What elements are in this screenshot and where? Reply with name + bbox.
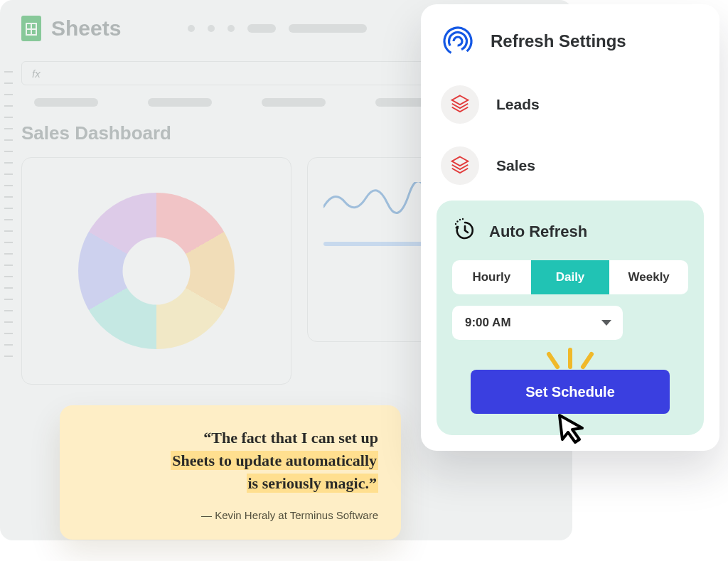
settings-title: Refresh Settings [491, 31, 626, 51]
source-label: Sales [496, 157, 535, 174]
app-name: Sheets [51, 16, 121, 41]
chart-legend-placeholder [323, 242, 423, 246]
frequency-tab-weekly[interactable]: Weekly [609, 260, 688, 294]
svg-point-1 [446, 29, 470, 53]
time-select[interactable]: 9:00 AM [452, 306, 623, 340]
svg-point-0 [441, 24, 475, 58]
quote-line-2: Sheets to update automatically [171, 451, 378, 470]
chevron-down-icon [601, 320, 611, 326]
fx-label: fx [32, 68, 41, 80]
row-gutter [4, 71, 14, 533]
toolbar-placeholder [188, 24, 367, 33]
quote-line-3: is seriously magic.” [247, 474, 379, 493]
svg-line-9 [583, 354, 592, 367]
layers-icon [441, 146, 479, 185]
auto-refresh-title: Auto Refresh [489, 223, 587, 241]
frequency-tab-hourly[interactable]: Hourly [452, 260, 531, 294]
svg-point-5 [459, 219, 461, 220]
svg-point-2 [454, 37, 462, 46]
refresh-settings-panel: Refresh Settings Leads Sales [421, 4, 719, 451]
coefficient-logo-icon [441, 24, 475, 58]
sheets-logo-icon [21, 16, 41, 41]
frequency-tab-daily[interactable]: Daily [531, 260, 610, 294]
source-item-leads[interactable]: Leads [437, 78, 704, 131]
time-select-value: 9:00 AM [465, 316, 511, 330]
auto-refresh-card: Auto Refresh Hourly Daily Weekly 9:00 AM… [437, 201, 704, 435]
svg-point-6 [462, 218, 464, 220]
testimonial-text: “The fact that I can set up Sheets to up… [82, 427, 378, 495]
source-label: Leads [496, 96, 540, 113]
svg-point-3 [455, 223, 456, 225]
testimonial-card: “The fact that I can set up Sheets to up… [60, 405, 401, 540]
history-clock-icon [452, 218, 478, 246]
set-schedule-button[interactable]: Set Schedule [471, 370, 670, 414]
svg-point-4 [456, 220, 458, 222]
donut-chart [78, 193, 235, 349]
set-schedule-label: Set Schedule [525, 384, 615, 400]
testimonial-attribution: — Kevin Heraly at Terminus Software [82, 509, 378, 521]
quote-line-1: “The fact that I can set up [203, 429, 378, 447]
layers-icon [441, 85, 479, 124]
cursor-pointer-icon [551, 408, 589, 450]
frequency-tabs: Hourly Daily Weekly [452, 260, 688, 294]
emphasis-burst-icon [535, 346, 606, 378]
source-item-sales[interactable]: Sales [437, 139, 704, 192]
donut-chart-panel [21, 157, 291, 385]
svg-line-8 [549, 354, 557, 367]
